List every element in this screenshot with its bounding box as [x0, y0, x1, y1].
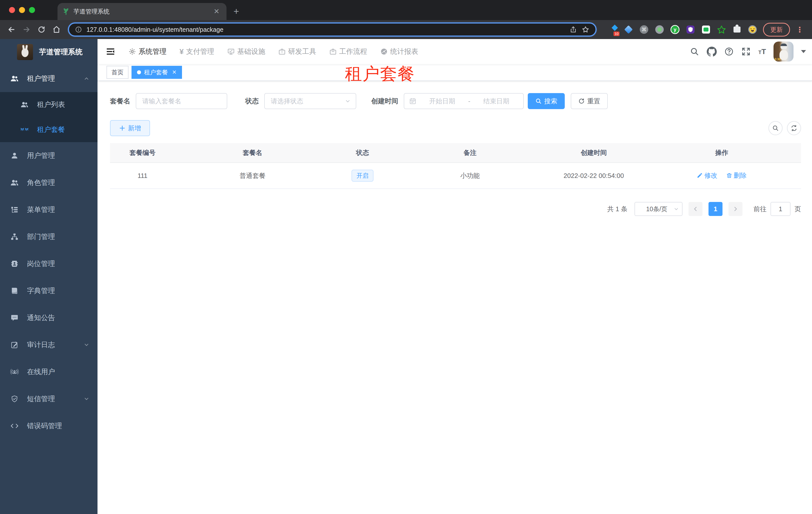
- goto-page-input[interactable]: [771, 202, 790, 216]
- date-start-placeholder[interactable]: 开始日期: [420, 97, 464, 106]
- window-close-button[interactable]: [9, 7, 15, 13]
- topnav-item-dev-tools[interactable]: 研发工具: [278, 47, 316, 56]
- sidebar-item-label: 租户列表: [37, 100, 89, 109]
- reload-icon[interactable]: [35, 23, 48, 36]
- prev-page-button[interactable]: [689, 202, 702, 216]
- pagination-total: 共 1 条: [607, 205, 628, 213]
- tab-favicon-plant-icon: [62, 8, 69, 15]
- topnav-item-infrastructure[interactable]: 基础设施: [227, 47, 265, 56]
- extensions-bar: 10 ⌘ y: [609, 25, 757, 34]
- sidebar-item-user-management[interactable]: 用户管理: [0, 142, 97, 169]
- sidebar-item-notice[interactable]: 通知公告: [0, 304, 97, 331]
- navbar-right: TT 0:30: [690, 42, 806, 61]
- extension-shield-icon[interactable]: [686, 25, 695, 34]
- tag-home[interactable]: 首页: [107, 66, 128, 79]
- sidebar-item-dict-management[interactable]: 字典管理: [0, 277, 97, 304]
- avatar[interactable]: 0:30: [774, 42, 793, 61]
- sidebar-item-label: 用户管理: [27, 151, 89, 160]
- sidebar-item-tenant-list[interactable]: 租户列表: [0, 92, 97, 117]
- trash-icon: [726, 172, 732, 179]
- extension-star-icon[interactable]: [717, 25, 726, 34]
- edit-link[interactable]: 修改: [697, 171, 717, 180]
- table-header-row: 套餐编号 套餐名 状态 备注 创建时间 操作: [110, 143, 801, 163]
- help-icon[interactable]: [724, 47, 734, 56]
- delete-link[interactable]: 删除: [726, 171, 747, 180]
- extension-emoji-icon[interactable]: [748, 25, 757, 34]
- status-badge[interactable]: 开启: [351, 170, 374, 182]
- package-name-input[interactable]: [136, 93, 227, 109]
- browser-update-button[interactable]: 更新: [763, 23, 790, 36]
- share-icon[interactable]: [570, 26, 577, 33]
- package-table: 套餐编号 套餐名 状态 备注 创建时间 操作 111 普通套餐: [110, 143, 801, 189]
- sidebar-item-menu-management[interactable]: 菜单管理: [0, 196, 97, 223]
- hide-search-icon-button[interactable]: [768, 121, 783, 135]
- sidebar-item-role-management[interactable]: 角色管理: [0, 169, 97, 196]
- chevron-down-icon: [673, 206, 679, 212]
- search-icon: [535, 98, 542, 104]
- search-button[interactable]: 搜索: [528, 93, 565, 109]
- sidebar-item-sms-management[interactable]: 短信管理: [0, 385, 97, 412]
- app-logo-row[interactable]: 芋道管理系统: [0, 39, 97, 65]
- extension-recorder-icon[interactable]: [655, 25, 664, 34]
- sidebar-item-post-management[interactable]: 岗位管理: [0, 250, 97, 277]
- sidebar-item-error-code[interactable]: 错误码管理: [0, 412, 97, 439]
- status-select[interactable]: 请选择状态: [264, 93, 356, 109]
- date-range-picker[interactable]: 开始日期 - 结束日期: [404, 93, 524, 109]
- topnav-item-workflow[interactable]: 工作流程: [329, 47, 367, 56]
- sidebar-item-audit-log[interactable]: 审计日志: [0, 331, 97, 358]
- pagination: 共 1 条 10条/页 1 前往 页: [110, 202, 801, 216]
- home-icon[interactable]: [50, 23, 63, 36]
- col-package-name: 套餐名: [175, 143, 330, 163]
- sidebar-collapse-icon[interactable]: [105, 47, 120, 57]
- page-title-overlay: 租户套餐: [345, 65, 415, 82]
- col-operations: 操作: [642, 143, 801, 163]
- refresh-table-button[interactable]: [787, 121, 801, 135]
- sidebar-item-label: 通知公告: [27, 313, 89, 323]
- code-icon: [10, 422, 19, 430]
- bookmark-star-icon[interactable]: [581, 26, 589, 33]
- address-bar[interactable]: 127.0.0.1:48080/admin-ui/system/tenant/p…: [68, 23, 597, 36]
- tab-close-icon[interactable]: ✕: [212, 7, 222, 16]
- browser-menu-icon[interactable]: ⋮: [792, 25, 807, 34]
- url-text[interactable]: 127.0.0.1:48080/admin-ui/system/tenant/p…: [87, 26, 565, 33]
- screen: 芋道管理系统 ✕ + 127.0.0.1:48080/admin-ui/syst…: [0, 0, 812, 514]
- topnav-item-statistics[interactable]: 统计报表: [380, 47, 418, 56]
- forward-icon[interactable]: [20, 23, 33, 36]
- avatar-caret-icon[interactable]: [801, 50, 806, 56]
- new-tab-button[interactable]: +: [233, 6, 239, 16]
- yen-icon: ¥: [179, 47, 184, 56]
- topnav-item-payment[interactable]: ¥ 支付管理: [179, 47, 214, 56]
- window-zoom-button[interactable]: [29, 7, 35, 13]
- extension-tabs-icon[interactable]: 10: [609, 25, 617, 34]
- goto-label: 前往: [754, 205, 766, 213]
- browser-tab[interactable]: 芋道管理系统 ✕: [58, 3, 227, 20]
- create-time-label: 创建时间: [371, 97, 398, 106]
- add-button[interactable]: 新增: [110, 120, 150, 136]
- sidebar-item-tenant-package[interactable]: 租户套餐: [0, 117, 97, 142]
- next-page-button[interactable]: [728, 202, 743, 216]
- topnav-item-label: 研发工具: [288, 47, 316, 56]
- back-icon[interactable]: [5, 23, 18, 36]
- font-size-icon[interactable]: TT: [758, 48, 766, 55]
- extension-chat-icon[interactable]: [701, 25, 710, 34]
- topnav-item-system[interactable]: 系统管理: [128, 47, 167, 56]
- tag-tenant-package[interactable]: 租户套餐 ✕: [132, 66, 182, 79]
- tag-close-icon[interactable]: ✕: [172, 69, 176, 76]
- search-icon[interactable]: [690, 47, 699, 56]
- sidebar-item-department-management[interactable]: 部门管理: [0, 223, 97, 250]
- window-minimize-button[interactable]: [19, 7, 25, 13]
- extension-command-icon[interactable]: ⌘: [639, 25, 648, 34]
- extension-puzzle-icon[interactable]: [732, 25, 742, 34]
- reset-button[interactable]: 重置: [571, 93, 608, 109]
- fullscreen-icon[interactable]: [741, 47, 751, 56]
- extension-gem-icon[interactable]: [624, 25, 633, 34]
- page-size-select[interactable]: 10条/页: [635, 202, 683, 216]
- sidebar-item-tenant-management[interactable]: 租户管理: [0, 65, 97, 92]
- site-info-icon[interactable]: [75, 26, 82, 33]
- chevron-left-icon: [693, 206, 698, 212]
- sidebar-item-online-users[interactable]: 在线用户: [0, 358, 97, 385]
- date-end-placeholder[interactable]: 结束日期: [474, 97, 518, 106]
- github-icon[interactable]: [707, 47, 717, 57]
- extension-y-icon[interactable]: y: [670, 25, 679, 34]
- page-number-1[interactable]: 1: [708, 202, 723, 216]
